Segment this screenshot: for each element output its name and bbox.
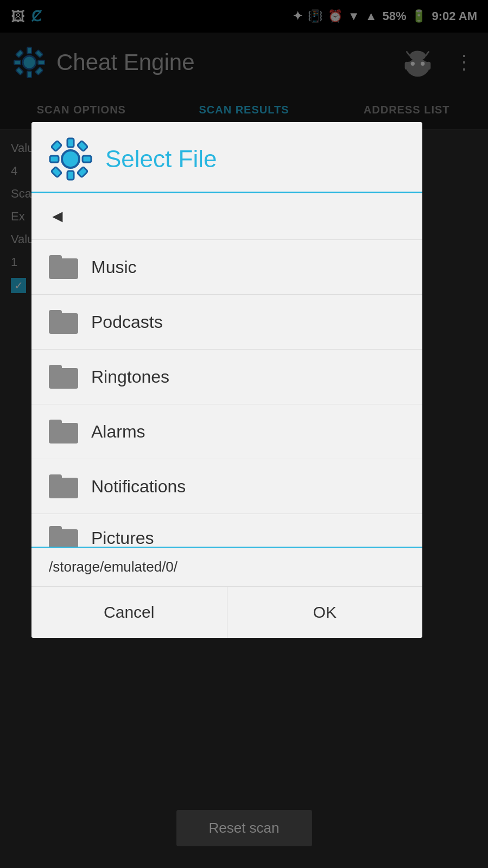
list-item[interactable]: Podcasts <box>31 295 422 350</box>
svg-rect-25 <box>51 141 62 151</box>
folder-name: Pictures <box>91 528 154 547</box>
svg-rect-21 <box>67 138 74 147</box>
folder-icon <box>49 255 78 279</box>
svg-rect-23 <box>50 156 59 162</box>
folder-icon <box>49 474 78 498</box>
svg-point-20 <box>62 150 79 168</box>
file-list: Music Podcasts Ringtones Alarms <box>31 240 422 547</box>
back-row[interactable]: ◄ <box>31 193 422 240</box>
folder-name: Ringtones <box>91 367 169 387</box>
folder-icon <box>49 526 78 547</box>
list-item[interactable]: Music <box>31 240 422 295</box>
svg-rect-28 <box>77 167 88 178</box>
list-item[interactable]: Alarms <box>31 404 422 459</box>
list-item[interactable]: Pictures <box>31 514 422 547</box>
path-input[interactable] <box>49 559 405 575</box>
dialog-buttons: Cancel OK <box>31 586 422 638</box>
svg-rect-26 <box>77 141 88 151</box>
svg-rect-24 <box>83 156 91 162</box>
folder-icon <box>49 365 78 389</box>
folder-icon <box>49 420 78 443</box>
ok-button[interactable]: OK <box>227 587 423 638</box>
list-item[interactable]: Notifications <box>31 459 422 514</box>
folder-name: Podcasts <box>91 312 163 332</box>
cancel-button[interactable]: Cancel <box>31 587 227 638</box>
list-item[interactable]: Ringtones <box>31 350 422 404</box>
dialog-gear-icon <box>49 137 92 181</box>
folder-name: Alarms <box>91 422 145 442</box>
path-row <box>31 547 422 586</box>
folder-name: Music <box>91 257 137 277</box>
dialog-header: Select File <box>31 122 422 181</box>
dialog-title: Select File <box>105 145 217 173</box>
folder-name: Notifications <box>91 477 186 497</box>
back-arrow-icon[interactable]: ◄ <box>49 206 66 226</box>
select-file-dialog: Select File ◄ Music Podcasts <box>31 122 422 638</box>
folder-icon <box>49 310 78 334</box>
svg-rect-22 <box>67 171 74 180</box>
svg-rect-27 <box>51 167 62 178</box>
